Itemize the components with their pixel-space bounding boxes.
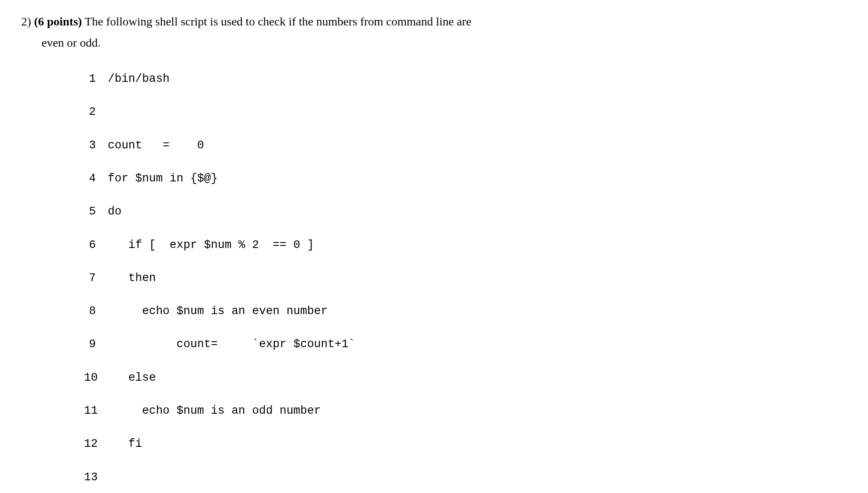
code-line: 7 then bbox=[84, 270, 847, 287]
code-line: 2 bbox=[84, 104, 847, 120]
line-content: /bin/bash bbox=[108, 71, 170, 87]
question-points: (6 points) bbox=[34, 15, 82, 28]
code-line: 6 if [ expr $num % 2 == 0 ] bbox=[84, 237, 847, 253]
code-line: 12 fi bbox=[84, 436, 847, 452]
line-number: 3 bbox=[84, 137, 108, 154]
code-line: 13 bbox=[84, 469, 847, 486]
question-text-line1: The following shell script is used to ch… bbox=[82, 15, 471, 28]
line-content: else bbox=[108, 370, 156, 386]
line-number: 9 bbox=[84, 336, 108, 353]
code-block: 1/bin/bash 2 3count = 0 4for $num in {$@… bbox=[84, 54, 847, 493]
code-line: 4for $num in {$@} bbox=[84, 170, 847, 187]
code-line: 5do bbox=[84, 203, 847, 220]
line-number: 6 bbox=[84, 237, 108, 253]
question-text-line2: even or odd. bbox=[42, 34, 847, 52]
line-content: if [ expr $num % 2 == 0 ] bbox=[108, 237, 314, 253]
line-number: 4 bbox=[84, 170, 108, 187]
line-content: echo $num is an even number bbox=[108, 303, 328, 320]
line-content: fi bbox=[108, 436, 142, 452]
line-content: count= `expr $count+1` bbox=[108, 336, 355, 353]
line-number: 10 bbox=[84, 370, 108, 386]
code-line: 10 else bbox=[84, 370, 847, 386]
code-line: 11 echo $num is an odd number bbox=[84, 403, 847, 419]
code-line: 3count = 0 bbox=[84, 137, 847, 154]
question-number: 2) bbox=[21, 15, 31, 28]
line-content: echo $num is an odd number bbox=[108, 403, 321, 419]
code-line: 9 count= `expr $count+1` bbox=[84, 336, 847, 353]
code-line: 1/bin/bash bbox=[84, 71, 847, 87]
line-number: 13 bbox=[84, 469, 108, 486]
line-content: count = 0 bbox=[108, 137, 204, 154]
question-header: 2) (6 points) The following shell script… bbox=[21, 13, 847, 31]
line-content: for $num in {$@} bbox=[108, 170, 218, 187]
line-number: 2 bbox=[84, 104, 108, 120]
line-number: 8 bbox=[84, 303, 108, 320]
line-number: 5 bbox=[84, 203, 108, 220]
code-line: 8 echo $num is an even number bbox=[84, 303, 847, 320]
line-content: do bbox=[108, 203, 121, 220]
line-content: then bbox=[108, 270, 156, 287]
line-number: 11 bbox=[84, 403, 108, 419]
line-number: 1 bbox=[84, 71, 108, 87]
line-number: 12 bbox=[84, 436, 108, 452]
line-number: 7 bbox=[84, 270, 108, 287]
